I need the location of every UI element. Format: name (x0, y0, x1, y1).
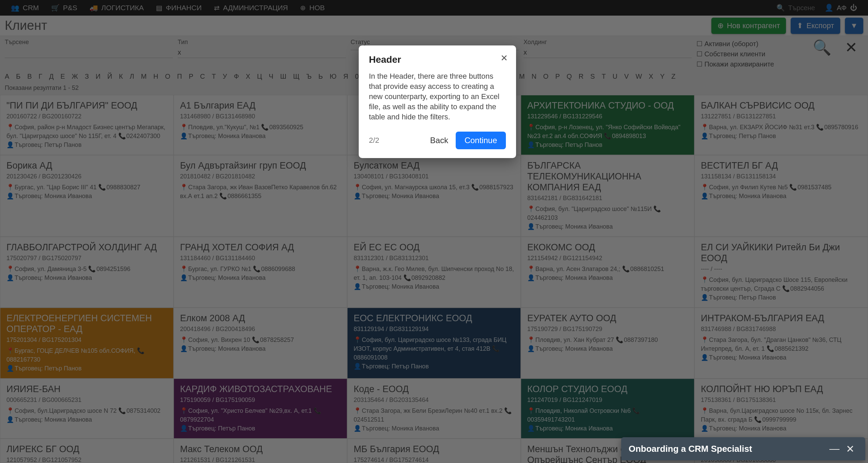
tour-continue-button[interactable]: Continue (456, 132, 506, 149)
tour-step: 2/2 (369, 136, 379, 145)
onboarding-minimize[interactable]: — (827, 443, 842, 455)
onboarding-close[interactable]: ✕ (842, 443, 858, 455)
onboarding-title: Onboarding a CRM Specialist (629, 444, 827, 454)
onboarding-bar: Onboarding a CRM Specialist — ✕ (621, 437, 865, 460)
tour-title: Header (369, 54, 506, 65)
tour-body: In the Header, there are three buttons t… (369, 71, 506, 122)
tour-popover: Header ✕ In the Header, there are three … (359, 45, 516, 158)
tour-close-button[interactable]: ✕ (500, 53, 508, 63)
tour-back-button[interactable]: Back (423, 132, 456, 149)
